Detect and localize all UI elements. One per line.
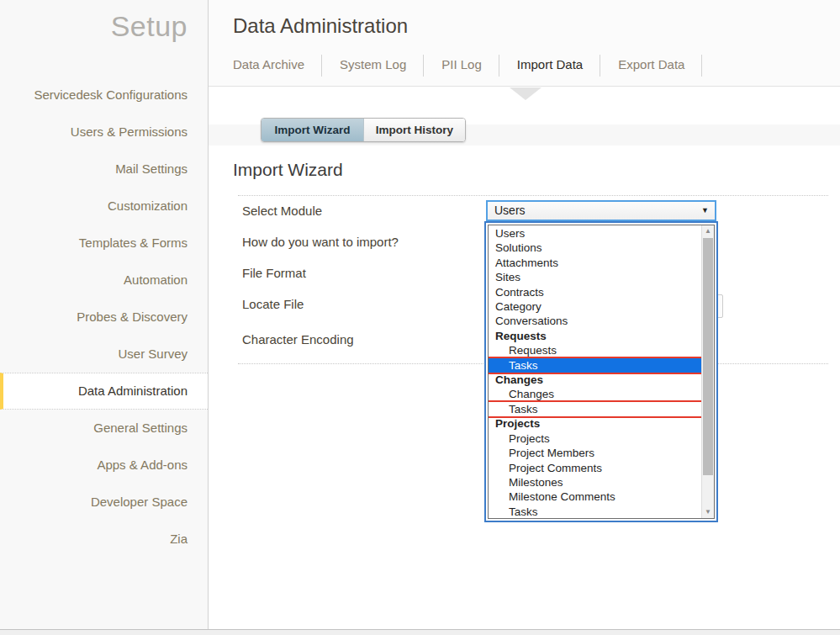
main-content: Data Administration Data ArchiveSystem L… [209, 0, 840, 629]
dropdown-option-tasks[interactable]: Tasks [489, 402, 701, 416]
tab-import-data[interactable]: Import Data [499, 46, 600, 86]
dropdown-option-changes[interactable]: Changes [489, 387, 701, 401]
dropdown-option-project-comments[interactable]: Project Comments [489, 461, 701, 475]
sidebar-item-apps-add-ons[interactable]: Apps & Add-ons [0, 447, 208, 484]
subtab-import-wizard[interactable]: Import Wizard [262, 119, 363, 141]
sidebar-item-developer-space[interactable]: Developer Space [0, 484, 208, 521]
page-title: Data Administration [233, 14, 408, 38]
module-options: UsersSolutionsAttachmentsSitesContractsC… [489, 225, 701, 518]
horizontal-scrollbar[interactable] [0, 629, 840, 635]
tab-export-data[interactable]: Export Data [600, 46, 702, 86]
tab-data-archive[interactable]: Data Archive [233, 46, 322, 86]
sidebar-item-general-settings[interactable]: General Settings [0, 410, 208, 447]
dropdown-option-tasks[interactable]: Tasks [489, 358, 701, 373]
dropdown-option-conversations[interactable]: Conversations [489, 314, 701, 328]
module-dropdown-list: UsersSolutionsAttachmentsSitesContractsC… [484, 221, 718, 522]
sidebar-menu: Servicedesk ConfigurationsUsers & Permis… [0, 77, 208, 558]
sidebar-item-templates-forms[interactable]: Templates & Forms [0, 225, 208, 262]
section-title: Import Wizard [233, 160, 343, 180]
form-label-locate-file: Locate File [242, 297, 304, 311]
form-label-character-encoding: Character Encoding [242, 332, 354, 347]
sidebar-item-mail-settings[interactable]: Mail Settings [0, 151, 208, 188]
dropdown-option-requests[interactable]: Requests [489, 343, 701, 357]
sidebar-item-customization[interactable]: Customization [0, 188, 208, 225]
scrollbar-thumb[interactable] [703, 238, 713, 475]
select-module-dropdown[interactable]: Users ▼ [486, 200, 716, 221]
dropdown-option-category[interactable]: Category [489, 299, 701, 314]
form-label-file-format: File Format [242, 266, 306, 280]
dropdown-option-contracts[interactable]: Contracts [489, 285, 701, 299]
dropdown-option-project-members[interactable]: Project Members [489, 446, 701, 460]
dropdown-option-milestone-comments[interactable]: Milestone Comments [489, 489, 701, 504]
sidebar-item-data-administration[interactable]: Data Administration [0, 373, 208, 410]
sidebar-item-zia[interactable]: Zia [0, 521, 208, 558]
form-label-how-do-you-want-to-import: How do you want to import? [242, 235, 399, 249]
dropdown-scrollbar[interactable]: ▲ ▼ [701, 225, 714, 518]
dropdown-option-milestones[interactable]: Milestones [489, 475, 701, 489]
subtab-pills: Import WizardImport History [261, 118, 466, 142]
dropdown-option-tasks[interactable]: Tasks [489, 505, 701, 518]
form-top-divider [238, 195, 828, 196]
setup-title: Setup [111, 10, 188, 43]
tab-pii-log[interactable]: PII Log [424, 46, 499, 86]
scrollbar-up-icon[interactable]: ▲ [702, 225, 714, 237]
dropdown-option-changes[interactable]: Changes [489, 373, 701, 387]
chevron-down-icon: ▼ [701, 206, 709, 214]
select-module-value: Users [488, 202, 715, 220]
setup-sidebar: Setup Servicedesk ConfigurationsUsers & … [0, 0, 209, 629]
dropdown-option-requests[interactable]: Requests [489, 329, 701, 343]
active-tab-pointer-icon [510, 87, 542, 100]
dropdown-option-projects[interactable]: Projects [489, 431, 701, 446]
header-strip: Data Administration Data ArchiveSystem L… [209, 0, 840, 87]
dropdown-option-solutions[interactable]: Solutions [489, 241, 701, 255]
form-label-select-module: Select Module [242, 204, 322, 218]
subtab-import-history[interactable]: Import History [363, 119, 465, 141]
module-dropdown-inner: UsersSolutionsAttachmentsSitesContractsC… [488, 225, 715, 519]
dropdown-option-attachments[interactable]: Attachments [489, 256, 701, 270]
sidebar-item-probes-discovery[interactable]: Probes & Discovery [0, 299, 208, 336]
dropdown-option-sites[interactable]: Sites [489, 270, 701, 284]
tab-bar: Data ArchiveSystem LogPII LogImport Data… [233, 46, 702, 86]
dropdown-option-projects[interactable]: Projects [489, 416, 701, 431]
sidebar-item-users-permissions[interactable]: Users & Permissions [0, 114, 208, 151]
tab-system-log[interactable]: System Log [322, 46, 424, 86]
sidebar-item-user-survey[interactable]: User Survey [0, 336, 208, 373]
sidebar-item-automation[interactable]: Automation [0, 262, 208, 299]
scrollbar-down-icon[interactable]: ▼ [702, 506, 714, 518]
dropdown-option-users[interactable]: Users [489, 226, 701, 241]
sidebar-item-servicedesk-configurations[interactable]: Servicedesk Configurations [0, 77, 208, 114]
